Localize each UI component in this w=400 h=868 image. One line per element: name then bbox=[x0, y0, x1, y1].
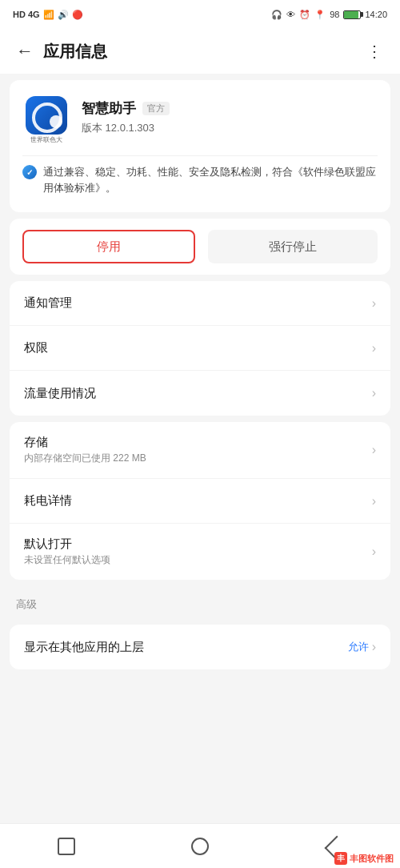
home-icon bbox=[191, 838, 209, 855]
menu-item-title: 权限 bbox=[24, 340, 372, 356]
menu-item-subtitle: 内部存储空间已使用 222 MB bbox=[24, 452, 372, 465]
page-title: 应用信息 bbox=[43, 41, 107, 62]
chevron-icon: › bbox=[372, 545, 376, 559]
menu-item-default-open[interactable]: 默认打开 未设置任何默认选项 › bbox=[10, 524, 390, 580]
eye-icon: 👁 bbox=[286, 10, 295, 19]
menu-item-title: 存储 bbox=[24, 435, 372, 450]
menu-item-notification[interactable]: 通知管理 › bbox=[10, 281, 390, 326]
app-name-row: 智慧助手 官方 bbox=[82, 99, 378, 118]
watermark: 丰图软件图 bbox=[334, 852, 394, 865]
app-identity: 世界联色大 智慧助手 官方 版本 12.0.1.303 bbox=[22, 96, 378, 144]
nav-home-button[interactable] bbox=[186, 832, 214, 861]
menu-item-data-usage[interactable]: 流量使用情况 › bbox=[10, 371, 390, 416]
page-header: ← 应用信息 ⋮ bbox=[0, 29, 400, 74]
app-icon-label: 世界联色大 bbox=[30, 136, 62, 144]
overlay-status: 允许 bbox=[348, 640, 369, 654]
menu-item-permissions[interactable]: 权限 › bbox=[10, 326, 390, 371]
menu-item-storage[interactable]: 存储 内部存储空间已使用 222 MB › bbox=[10, 422, 390, 479]
compliance-row: 通过兼容、稳定、功耗、性能、安全及隐私检测，符合《软件绿色联盟应用体验标准》。 bbox=[22, 155, 378, 199]
location-icon: 📍 bbox=[314, 10, 326, 20]
app-icon bbox=[26, 96, 67, 135]
app-info-section: 世界联色大 智慧助手 官方 版本 12.0.1.303 通过兼容、稳定、功耗、性… bbox=[10, 80, 390, 212]
alarm-icon: ⏰ bbox=[299, 10, 310, 20]
menu-item-title: 流量使用情况 bbox=[24, 386, 372, 401]
more-menu-button[interactable]: ⋮ bbox=[366, 42, 384, 61]
advanced-section-label: 高级 bbox=[0, 586, 400, 618]
menu-section-3: 显示在其他应用的上层 允许 › bbox=[10, 625, 390, 669]
app-name-section: 智慧助手 官方 版本 12.0.1.303 bbox=[82, 96, 378, 135]
battery-icon bbox=[343, 10, 361, 19]
nav-recent-button[interactable] bbox=[52, 832, 81, 861]
menu-item-title: 默认打开 bbox=[24, 536, 372, 552]
menu-item-overlay[interactable]: 显示在其他应用的上层 允许 › bbox=[10, 625, 390, 669]
action-buttons: 停用 强行停止 bbox=[10, 219, 390, 275]
watermark-logo bbox=[334, 852, 347, 865]
menu-item-title: 通知管理 bbox=[24, 295, 372, 311]
menu-item-title: 耗电详情 bbox=[24, 493, 372, 508]
hd-label: HD 4G bbox=[13, 10, 40, 19]
time-display: 14:20 bbox=[365, 10, 387, 19]
watermark-text: 丰图软件图 bbox=[350, 853, 394, 865]
chevron-icon: › bbox=[372, 443, 376, 457]
menu-item-subtitle: 未设置任何默认选项 bbox=[24, 553, 372, 567]
header-left: ← 应用信息 bbox=[16, 41, 107, 62]
app-version: 版本 12.0.1.303 bbox=[82, 121, 378, 135]
headphone-icon: 🎧 bbox=[271, 10, 282, 20]
compliance-icon bbox=[22, 165, 37, 179]
wifi-icon: 🔊 bbox=[58, 10, 69, 20]
recent-apps-icon bbox=[58, 838, 75, 855]
app-name: 智慧助手 bbox=[82, 99, 136, 118]
menu-item-battery[interactable]: 耗电详情 › bbox=[10, 479, 390, 524]
chevron-icon: › bbox=[372, 494, 376, 508]
chevron-icon: › bbox=[372, 640, 376, 654]
compliance-text: 通过兼容、稳定、功耗、性能、安全及隐私检测，符合《软件绿色联盟应用体验标准》。 bbox=[43, 164, 378, 196]
status-left: HD 4G 📶 🔊 🔴 bbox=[13, 10, 83, 20]
app-icon-wrap: 世界联色大 bbox=[22, 96, 70, 144]
menu-item-title: 显示在其他应用的上层 bbox=[24, 640, 348, 655]
status-right: 🎧 👁 ⏰ 📍 98 14:20 bbox=[271, 10, 387, 20]
bottom-nav: 丰图软件图 bbox=[0, 823, 400, 868]
menu-section-2: 存储 内部存储空间已使用 222 MB › 耗电详情 › 默认打开 未设置任何默… bbox=[10, 422, 390, 580]
battery-level: 98 bbox=[330, 10, 339, 19]
chevron-icon: › bbox=[372, 341, 376, 356]
chevron-icon: › bbox=[372, 296, 376, 311]
force-stop-button[interactable]: 强行停止 bbox=[208, 230, 378, 263]
disable-button[interactable]: 停用 bbox=[22, 230, 195, 263]
app-verified-badge: 官方 bbox=[142, 102, 170, 115]
signal-bars: 📶 bbox=[43, 10, 54, 20]
chevron-icon: › bbox=[372, 386, 376, 400]
vpn-icon: 🔴 bbox=[72, 10, 83, 20]
status-bar: HD 4G 📶 🔊 🔴 🎧 👁 ⏰ 📍 98 14:20 bbox=[0, 0, 400, 29]
back-button[interactable]: ← bbox=[16, 42, 34, 60]
menu-section-1: 通知管理 › 权限 › 流量使用情况 › bbox=[10, 281, 390, 416]
